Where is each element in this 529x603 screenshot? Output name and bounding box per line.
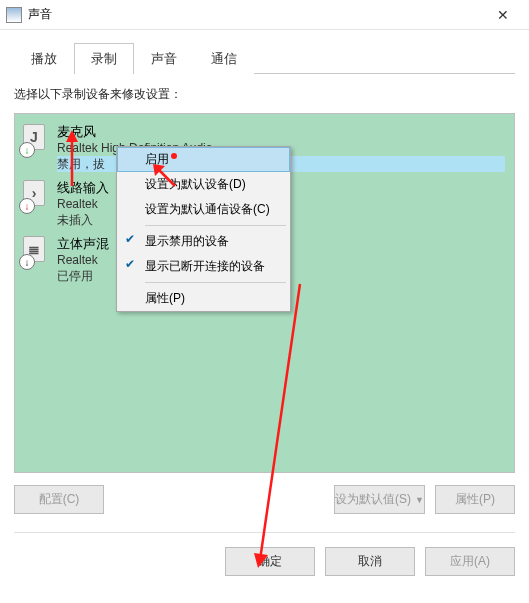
set-default-label: 设为默认值(S)	[335, 492, 411, 506]
bottom-button-row-1: 配置(C) 设为默认值(S)▼ 属性(P)	[14, 485, 515, 514]
menu-item-properties[interactable]: 属性(P)	[117, 286, 290, 311]
menu-item-set-default-comm[interactable]: 设置为默认通信设备(C)	[117, 197, 290, 222]
device-status: 已停用	[57, 268, 109, 284]
menu-item-label: 显示禁用的设备	[145, 234, 229, 248]
instruction-label: 选择以下录制设备来修改设置：	[14, 86, 515, 103]
sound-window-icon	[6, 7, 22, 23]
ok-button[interactable]: 确定	[225, 547, 315, 576]
tab-sound[interactable]: 声音	[134, 43, 194, 74]
status-badge-icon: ↓	[19, 198, 35, 214]
context-menu[interactable]: 启用 设置为默认设备(D) 设置为默认通信设备(C) ✔ 显示禁用的设备 ✔ 显…	[116, 146, 291, 312]
menu-item-show-disconnected[interactable]: ✔ 显示已断开连接的设备	[117, 254, 290, 279]
set-default-button[interactable]: 设为默认值(S)▼	[334, 485, 425, 514]
cancel-button[interactable]: 取消	[325, 547, 415, 576]
apply-button[interactable]: 应用(A)	[425, 547, 515, 576]
bottom-button-row-2: 确定 取消 应用(A)	[14, 532, 515, 576]
device-status: 未插入	[57, 212, 109, 228]
device-icon: ≣ ↓	[23, 236, 47, 268]
menu-separator	[145, 225, 286, 226]
device-sub: Realtek	[57, 196, 109, 212]
close-button[interactable]: ✕	[483, 1, 523, 29]
menu-separator	[145, 282, 286, 283]
checkmark-icon: ✔	[123, 257, 137, 271]
window-title: 声音	[28, 6, 483, 23]
tab-play[interactable]: 播放	[14, 43, 74, 74]
menu-item-enable[interactable]: 启用	[117, 147, 290, 172]
menu-item-show-disabled[interactable]: ✔ 显示禁用的设备	[117, 229, 290, 254]
tab-strip: 播放 录制 声音 通信	[14, 42, 515, 74]
close-icon: ✕	[497, 7, 509, 23]
device-icon: › ↓	[23, 180, 47, 212]
checkmark-icon: ✔	[123, 232, 137, 246]
device-icon: J ↓	[23, 124, 47, 156]
device-name: 麦克风	[57, 124, 505, 140]
configure-button[interactable]: 配置(C)	[14, 485, 104, 514]
device-name: 立体声混	[57, 236, 109, 252]
tab-record[interactable]: 录制	[74, 43, 134, 74]
device-sub: Realtek	[57, 252, 109, 268]
status-badge-icon: ↓	[19, 254, 35, 270]
menu-item-label: 显示已断开连接的设备	[145, 259, 265, 273]
device-name: 线路输入	[57, 180, 109, 196]
status-badge-icon: ↓	[19, 142, 35, 158]
tab-comm[interactable]: 通信	[194, 43, 254, 74]
titlebar: 声音 ✕	[0, 0, 529, 30]
menu-item-set-default[interactable]: 设置为默认设备(D)	[117, 172, 290, 197]
chevron-down-icon: ▼	[415, 495, 424, 505]
properties-button[interactable]: 属性(P)	[435, 485, 515, 514]
